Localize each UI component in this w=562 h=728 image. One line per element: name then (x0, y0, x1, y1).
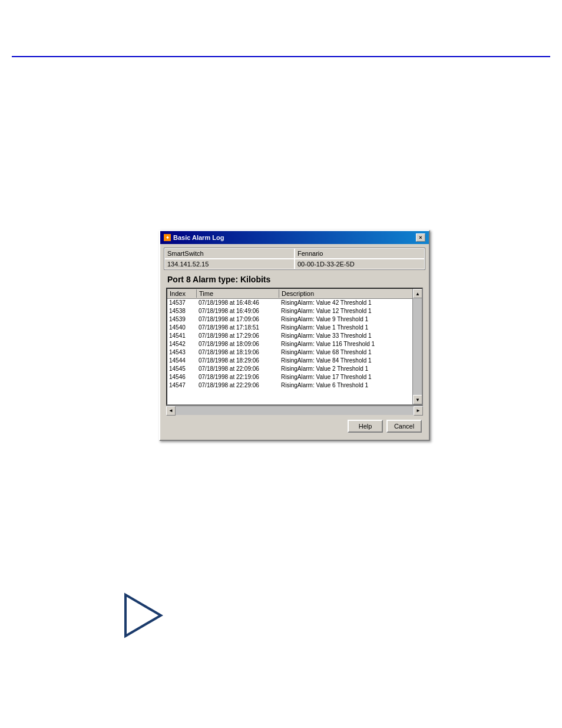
horizontal-scrollbar[interactable]: ◄ ► (166, 406, 423, 415)
cell-description: RisingAlarm: Value 84 Threshold 1 (279, 357, 422, 365)
cell-description: RisingAlarm: Value 2 Threshold 1 (279, 365, 422, 373)
cell-index: 14538 (167, 307, 197, 315)
cell-description: RisingAlarm: Value 1 Threshold 1 (279, 324, 422, 332)
table-row[interactable]: 14538 07/18/1998 at 16:49:06 RisingAlarm… (167, 307, 422, 315)
basic-alarm-log-dialog: ✦ Basic Alarm Log × SmartSwitch Fennario… (159, 230, 430, 441)
scroll-up-button[interactable]: ▲ (413, 289, 422, 298)
help-button[interactable]: Help (348, 420, 383, 433)
cell-time: 07/18/1998 at 16:48:46 (197, 299, 279, 307)
col-header-time: Time (197, 289, 279, 298)
cell-time: 07/18/1998 at 18:19:06 (197, 348, 279, 357)
cell-description: RisingAlarm: Value 33 Threshold 1 (279, 332, 422, 340)
cell-index: 14547 (167, 381, 197, 390)
device-ip: 134.141.52.15 (164, 259, 295, 269)
col-header-index: Index (167, 289, 197, 298)
cell-time: 07/18/1998 at 18:09:06 (197, 340, 279, 348)
device-info-grid: SmartSwitch Fennario 134.141.52.15 00-00… (164, 248, 425, 270)
cell-time: 07/18/1998 at 22:19:06 (197, 373, 279, 381)
cell-index: 14540 (167, 324, 197, 332)
cell-time: 07/18/1998 at 17:29:06 (197, 332, 279, 340)
play-button[interactable] (123, 592, 164, 641)
cell-time: 07/18/1998 at 22:09:06 (197, 365, 279, 373)
cell-time: 07/18/1998 at 16:49:06 (197, 307, 279, 315)
close-button[interactable]: × (416, 233, 425, 242)
device-mac: 00-00-1D-33-2E-5D (295, 259, 425, 269)
cell-description: RisingAlarm: Value 9 Threshold 1 (279, 315, 422, 324)
cell-index: 14542 (167, 340, 197, 348)
scroll-track-h[interactable] (176, 406, 414, 415)
table-row[interactable]: 14542 07/18/1998 at 18:09:06 RisingAlarm… (167, 340, 422, 348)
vertical-scrollbar[interactable]: ▲ ▼ (412, 289, 422, 404)
table-row[interactable]: 14544 07/18/1998 at 18:29:06 RisingAlarm… (167, 357, 422, 365)
table-row[interactable]: 14537 07/18/1998 at 16:48:46 RisingAlarm… (167, 299, 422, 307)
scroll-down-button[interactable]: ▼ (413, 395, 422, 404)
scroll-right-button[interactable]: ► (414, 406, 423, 416)
table-row[interactable]: 14546 07/18/1998 at 22:19:06 RisingAlarm… (167, 373, 422, 381)
dialog-footer: Help Cancel (164, 415, 425, 436)
cell-time: 07/18/1998 at 17:18:51 (197, 324, 279, 332)
cell-description: RisingAlarm: Value 17 Threshold 1 (279, 373, 422, 381)
dialog-content: SmartSwitch Fennario 134.141.52.15 00-00… (160, 244, 429, 440)
cell-description: RisingAlarm: Value 116 Threshold 1 (279, 340, 422, 348)
cell-index: 14539 (167, 315, 197, 324)
cell-description: RisingAlarm: Value 68 Threshold 1 (279, 348, 422, 357)
dialog-title-bar: ✦ Basic Alarm Log × (160, 231, 429, 244)
scroll-left-button[interactable]: ◄ (166, 406, 176, 416)
table-row[interactable]: 14547 07/18/1998 at 22:29:06 RisingAlarm… (167, 381, 422, 390)
cell-time: 07/18/1998 at 22:29:06 (197, 381, 279, 390)
cell-index: 14544 (167, 357, 197, 365)
alarm-table-container[interactable]: Index Time Description 14537 07/18/1998 … (166, 288, 423, 406)
cell-index: 14543 (167, 348, 197, 357)
cell-description: RisingAlarm: Value 12 Threshold 1 (279, 307, 422, 315)
cell-description: RisingAlarm: Value 42 Threshold 1 (279, 299, 422, 307)
col-header-description: Description (279, 289, 422, 298)
cell-index: 14537 (167, 299, 197, 307)
alarm-table-wrapper: Index Time Description 14537 07/18/1998 … (165, 288, 424, 415)
svg-marker-0 (125, 595, 161, 636)
cell-index: 14541 (167, 332, 197, 340)
table-row[interactable]: 14541 07/18/1998 at 17:29:06 RisingAlarm… (167, 332, 422, 340)
cell-index: 14546 (167, 373, 197, 381)
table-row[interactable]: 14540 07/18/1998 at 17:18:51 RisingAlarm… (167, 324, 422, 332)
cell-time: 07/18/1998 at 17:09:06 (197, 315, 279, 324)
dialog-title: ✦ Basic Alarm Log (164, 234, 224, 241)
table-row[interactable]: 14545 07/18/1998 at 22:09:06 RisingAlarm… (167, 365, 422, 373)
table-row[interactable]: 14543 07/18/1998 at 18:19:06 RisingAlarm… (167, 348, 422, 357)
top-divider (12, 56, 550, 57)
cell-description: RisingAlarm: Value 6 Threshold 1 (279, 381, 422, 390)
cell-index: 14545 (167, 365, 197, 373)
dialog-icon: ✦ (164, 234, 171, 241)
cancel-button[interactable]: Cancel (386, 420, 422, 433)
table-row[interactable]: 14539 07/18/1998 at 17:09:06 RisingAlarm… (167, 315, 422, 324)
scroll-track-v[interactable] (413, 298, 422, 395)
cell-time: 07/18/1998 at 18:29:06 (197, 357, 279, 365)
device-location-label: Fennario (295, 248, 425, 259)
device-name-label: SmartSwitch (164, 248, 295, 259)
port-alarm-info: Port 8 Alarm type: Kilobits (164, 272, 425, 288)
table-body[interactable]: 14537 07/18/1998 at 16:48:46 RisingAlarm… (167, 299, 422, 404)
table-header: Index Time Description (167, 289, 422, 299)
